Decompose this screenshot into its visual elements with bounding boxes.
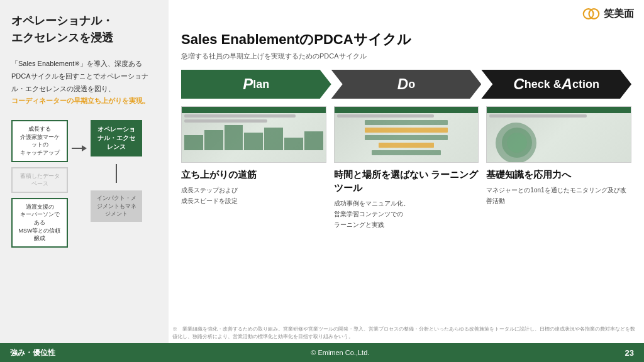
card-3-desc: マネジャーとの1on1を通じたモニタリング及び改善活動	[486, 185, 631, 206]
section-title: Sales EnablementのPDCAサイクル	[181, 30, 631, 49]
footer-left-label: 強み・優位性	[10, 348, 55, 358]
sidebar-description: 「Sales Enablement※」を導入、深度あるPDCAサイクルを回すこと…	[11, 58, 157, 107]
diagram-box-2: 蓄積したデータベース	[11, 167, 68, 193]
card-1: 立ち上がりの道筋 成長ステップおよび成長スピードを設定	[181, 106, 326, 230]
card-3-circles	[489, 121, 628, 159]
card-1-title: 立ち上がりの道筋	[181, 168, 326, 181]
diagram-right-box-2: インパクト・メジメントもマネジメント	[91, 190, 142, 222]
cards-row: 立ち上がりの道筋 成長ステップおよび成長スピードを設定	[181, 106, 631, 230]
sidebar-highlight: コーディネーターの早期立ち上がりを実現。	[11, 97, 150, 104]
diagram-right-boxes: オペレーショナル・エクセレンス インパクト・メジメントもマネジメント	[91, 120, 142, 222]
sidebar-diagram: 成長する 介護家族マーケットの キャッチアップ 蓄積したデータベース 過渡支援の…	[11, 120, 157, 248]
card-2-title: 時間と場所を選ばない ラーニングツール	[334, 168, 479, 194]
pdca-row: Plan Do Check & Action	[181, 70, 631, 99]
card-2-desc: 成功事例をマニュアル化。営業学習コンテンツでのラーニングと実践	[334, 198, 479, 230]
logo-icon	[582, 5, 600, 23]
plan-rest: lan	[253, 78, 269, 91]
diagram-box-3: 過渡支援の キーパーソンである MSW等との信頼醸成	[11, 198, 68, 248]
footer-page-number: 23	[625, 348, 634, 358]
pdca-plan: Plan	[181, 70, 331, 99]
sidebar-title: オペレーショナル・エクセレンスを浸透	[11, 13, 157, 47]
sidebar: オペレーショナル・エクセレンスを浸透 「Sales Enablement※」を導…	[0, 0, 169, 362]
footer-right-label: © Emimen Co.,Ltd.	[311, 349, 369, 356]
diagram-left-boxes: 成長する 介護家族マーケットの キャッチアップ 蓄積したデータベース 過渡支援の…	[11, 120, 68, 248]
pdca-do: Do	[331, 70, 482, 99]
action-rest: ction	[572, 78, 599, 91]
footer: 強み・優位性 © Emimen Co.,Ltd. 23	[0, 343, 644, 362]
main-content: 笑美面 Sales EnablementのPDCAサイクル 急増する社員の早期立…	[169, 0, 644, 362]
note-area: ※ 業業組織を強化・改善するための取り組み。営業研修や営業ツールの開発・導入、営…	[170, 326, 641, 341]
logo-area: 笑美面	[582, 5, 634, 23]
card-3-screenshot	[486, 106, 631, 163]
card-1-desc: 成長ステップおよび成長スピードを設定	[181, 185, 326, 206]
diagram-connector	[72, 145, 87, 151]
diagram-right-box-1: オペレーショナル・エクセレンス	[91, 120, 142, 156]
check-rest: heck &	[525, 78, 562, 91]
section-subtitle: 急増する社員の早期立上げを実現するためのPDCAサイクル	[181, 52, 631, 61]
do-first-letter: D	[397, 75, 408, 93]
diagram-box-1: 成長する 介護家族マーケットの キャッチアップ	[11, 120, 68, 162]
action-first-letter: A	[562, 75, 572, 93]
logo-text: 笑美面	[604, 8, 634, 21]
check-first-letter: C	[513, 75, 524, 93]
pdca-check: Check & Action	[481, 70, 631, 99]
do-rest: o	[408, 78, 415, 91]
plan-first-letter: P	[243, 75, 253, 93]
card-1-screenshot	[181, 106, 326, 163]
card-3-title: 基礎知識を応用力へ	[486, 168, 631, 181]
card-2-screenshot	[334, 106, 479, 163]
card-3: 基礎知識を応用力へ マネジャーとの1on1を通じたモニタリング及び改善活動	[486, 106, 631, 230]
card-2: 時間と場所を選ばない ラーニングツール 成功事例をマニュアル化。営業学習コンテン…	[334, 106, 479, 230]
